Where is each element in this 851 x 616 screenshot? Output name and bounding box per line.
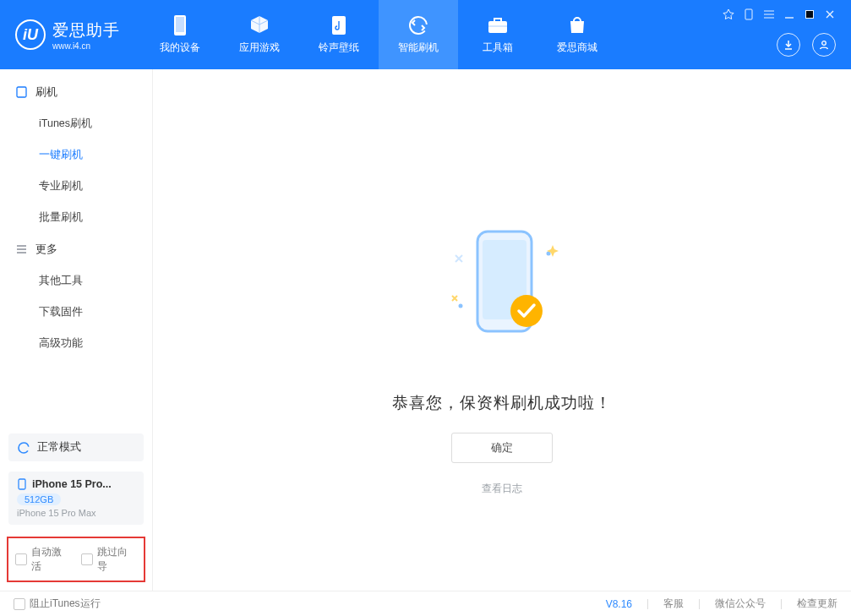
nav-toolbox[interactable]: 工具箱 bbox=[458, 0, 537, 69]
highlighted-options-row: 自动激活 跳过向导 bbox=[7, 537, 145, 582]
refresh-icon bbox=[407, 14, 429, 36]
nav-label: 智能刷机 bbox=[398, 41, 439, 55]
user-button[interactable] bbox=[812, 33, 836, 57]
success-illustration bbox=[430, 213, 574, 357]
minimize-icon[interactable] bbox=[783, 8, 795, 20]
device-mode-box[interactable]: 正常模式 bbox=[8, 433, 144, 461]
svg-rect-8 bbox=[19, 479, 25, 489]
section-title: 更多 bbox=[35, 242, 57, 257]
skip-guide-checkbox[interactable]: 跳过向导 bbox=[81, 545, 137, 574]
tablet-icon bbox=[15, 86, 27, 98]
section-title: 刷机 bbox=[35, 84, 57, 100]
top-nav: 我的设备 应用游戏 铃声壁纸 智能刷机 工具箱 爱思商城 bbox=[140, 0, 777, 69]
checkbox-icon bbox=[15, 553, 27, 565]
sidebar-item-batch-flash[interactable]: 批量刷机 bbox=[0, 202, 152, 233]
footer-link-support[interactable]: 客服 bbox=[663, 597, 684, 611]
footer-link-update[interactable]: 检查更新 bbox=[797, 597, 837, 611]
nav-smart-flash[interactable]: 智能刷机 bbox=[379, 0, 458, 69]
sidebar-section-flash[interactable]: 刷机 bbox=[0, 76, 152, 108]
nav-label: 工具箱 bbox=[483, 41, 513, 55]
svg-rect-3 bbox=[176, 17, 184, 32]
footer-link-wechat[interactable]: 微信公众号 bbox=[715, 597, 766, 611]
music-icon bbox=[328, 14, 350, 36]
svg-rect-5 bbox=[488, 21, 507, 33]
block-itunes-checkbox[interactable]: 阻止iTunes运行 bbox=[14, 597, 101, 611]
divider bbox=[781, 599, 782, 609]
device-name: iPhone 15 Pro... bbox=[32, 478, 112, 490]
app-logo: iU 爱思助手 www.i4.cn bbox=[15, 19, 120, 51]
svg-point-13 bbox=[510, 295, 543, 327]
svg-rect-7 bbox=[17, 87, 26, 97]
phone-small-icon bbox=[17, 478, 27, 490]
divider bbox=[699, 599, 700, 609]
nav-store[interactable]: 爱思商城 bbox=[537, 0, 617, 69]
app-name: 爱思助手 bbox=[52, 19, 120, 41]
more-icon bbox=[15, 243, 27, 255]
svg-point-10 bbox=[459, 304, 463, 308]
svg-rect-0 bbox=[745, 9, 752, 19]
menu-icon[interactable] bbox=[763, 8, 775, 20]
svg-point-6 bbox=[822, 41, 826, 46]
close-icon[interactable] bbox=[824, 8, 836, 20]
nav-my-device[interactable]: 我的设备 bbox=[140, 0, 220, 69]
mode-label: 正常模式 bbox=[37, 440, 81, 455]
nav-label: 爱思商城 bbox=[557, 41, 597, 55]
main-content: 恭喜您，保资料刷机成功啦！ 确定 查看日志 bbox=[153, 69, 851, 591]
svg-rect-1 bbox=[806, 11, 814, 19]
storage-badge: 512GB bbox=[17, 493, 61, 505]
skip-guide-label: 跳过向导 bbox=[97, 545, 137, 574]
checkbox-icon bbox=[81, 553, 93, 565]
sidebar-section-more[interactable]: 更多 bbox=[0, 233, 152, 265]
window-controls bbox=[723, 8, 836, 20]
nav-label: 铃声壁纸 bbox=[319, 41, 359, 55]
success-message: 恭喜您，保资料刷机成功啦！ bbox=[392, 392, 612, 414]
version-label: V8.16 bbox=[606, 598, 632, 610]
nav-ringtones-wallpaper[interactable]: 铃声壁纸 bbox=[299, 0, 379, 69]
app-site: www.i4.cn bbox=[52, 41, 120, 51]
sidebar-item-one-click-flash[interactable]: 一键刷机 bbox=[0, 139, 152, 171]
app-header: iU 爱思助手 www.i4.cn 我的设备 应用游戏 铃声壁纸 智能刷机 bbox=[0, 0, 851, 69]
auto-activate-checkbox[interactable]: 自动激活 bbox=[15, 545, 71, 574]
sidebar-item-download-firmware[interactable]: 下载固件 bbox=[0, 297, 152, 328]
cube-icon bbox=[248, 14, 270, 36]
device-info-box[interactable]: iPhone 15 Pro... 512GB iPhone 15 Pro Max bbox=[8, 472, 144, 525]
toolbox-icon bbox=[487, 14, 509, 36]
maximize-icon[interactable] bbox=[804, 8, 816, 20]
nav-label: 应用游戏 bbox=[239, 41, 280, 55]
sidebar-item-other-tools[interactable]: 其他工具 bbox=[0, 265, 152, 297]
sidebar-item-pro-flash[interactable]: 专业刷机 bbox=[0, 171, 152, 202]
nav-label: 我的设备 bbox=[160, 41, 200, 55]
phone-icon[interactable] bbox=[743, 8, 755, 20]
feedback-icon[interactable] bbox=[723, 8, 734, 20]
nav-apps-games[interactable]: 应用游戏 bbox=[220, 0, 299, 69]
device-icon bbox=[169, 14, 191, 36]
bag-icon bbox=[566, 14, 588, 36]
logo-icon: iU bbox=[15, 19, 46, 50]
device-model: iPhone 15 Pro Max bbox=[17, 508, 135, 518]
status-bar: 阻止iTunes运行 V8.16 客服 微信公众号 检查更新 bbox=[0, 591, 851, 616]
header-right bbox=[777, 33, 836, 57]
sidebar: 刷机 iTunes刷机 一键刷机 专业刷机 批量刷机 更多 其他工具 下载固件 … bbox=[0, 69, 153, 591]
download-button[interactable] bbox=[777, 33, 800, 57]
ok-button[interactable]: 确定 bbox=[451, 433, 553, 463]
divider bbox=[647, 599, 648, 609]
checkbox-icon bbox=[14, 598, 25, 610]
sidebar-item-itunes-flash[interactable]: iTunes刷机 bbox=[0, 108, 152, 139]
refresh-mode-icon bbox=[17, 441, 30, 455]
view-log-link[interactable]: 查看日志 bbox=[482, 482, 522, 496]
block-itunes-label: 阻止iTunes运行 bbox=[30, 597, 101, 611]
sidebar-item-advanced[interactable]: 高级功能 bbox=[0, 328, 152, 359]
auto-activate-label: 自动激活 bbox=[31, 545, 71, 574]
